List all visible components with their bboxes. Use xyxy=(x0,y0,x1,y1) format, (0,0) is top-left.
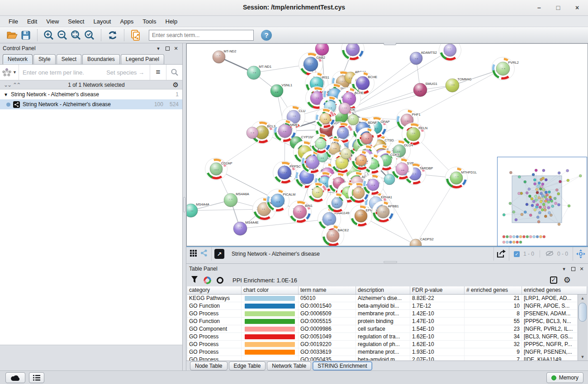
splitter-grip[interactable] xyxy=(183,197,185,212)
network-node-unlabeled[interactable] xyxy=(247,127,258,139)
expand-all-icon[interactable]: ⌃⌃ xyxy=(13,82,20,88)
panel-close-icon[interactable]: ✕ xyxy=(578,266,585,272)
table-row[interactable]: GO FunctionGO:0001540beta-amyloid bi...1… xyxy=(187,302,578,310)
network-node[interactable]: MS4A6A xyxy=(224,192,249,207)
tab-node-table[interactable]: Node Table xyxy=(190,361,228,370)
column-header[interactable]: FDR p-value xyxy=(410,286,465,294)
panel-float-icon[interactable] xyxy=(166,47,170,51)
save-session-icon[interactable] xyxy=(19,29,33,42)
open-in-view-icon[interactable]: ↗ xyxy=(214,249,224,259)
menu-item-tools[interactable]: Tools xyxy=(138,17,160,26)
network-node[interactable]: SMUG1 xyxy=(413,82,437,97)
network-node-unlabeled[interactable] xyxy=(339,103,351,114)
zoom-in-icon[interactable] xyxy=(42,29,56,42)
network-node[interactable]: MS4A4E xyxy=(233,220,259,235)
menu-item-edit[interactable]: Edit xyxy=(23,17,41,26)
panel-float-icon[interactable] xyxy=(571,267,575,271)
ring-chart-icon[interactable] xyxy=(217,277,223,284)
scrollbar-thumb[interactable] xyxy=(579,303,587,322)
column-header[interactable]: description xyxy=(356,286,410,294)
refresh-icon[interactable] xyxy=(106,29,119,42)
column-header[interactable]: # enriched genes xyxy=(465,286,522,294)
table-row[interactable]: GO ProcessGO:0033619membrane prot...1.93… xyxy=(187,348,578,356)
network-node[interactable]: MTHFD1L xyxy=(446,167,477,189)
network-node-unlabeled[interactable] xyxy=(351,150,372,171)
menu-item-help[interactable]: Help xyxy=(161,17,182,26)
panel-close-icon[interactable]: ✕ xyxy=(172,46,180,52)
network-canvas[interactable]: MT-ND2MT-ND1VSNL1GAB2ADAMTS2PVRL2SMUG1TO… xyxy=(186,43,588,246)
table-row[interactable]: KEGG Pathways05010Alzheimer's dise...8.8… xyxy=(187,295,578,302)
network-node-unlabeled[interactable] xyxy=(311,134,331,154)
network-node-unlabeled[interactable] xyxy=(341,148,351,159)
network-node-unlabeled[interactable] xyxy=(327,193,347,213)
table-scrollbar[interactable]: ▲ ▼ xyxy=(578,295,587,361)
task-history-button[interactable] xyxy=(29,372,44,383)
cloud-tasks-button[interactable] xyxy=(5,372,25,383)
network-node[interactable]: MS4A4A xyxy=(187,202,209,217)
column-header[interactable]: enriched genes xyxy=(522,286,587,294)
network-node[interactable]: TOMM40 xyxy=(446,77,471,92)
network-collection-row[interactable]: ▼ String Network - Alzheimer's disease 1 xyxy=(0,89,182,99)
birds-eye-view[interactable] xyxy=(497,157,587,246)
zoom-fit-icon[interactable] xyxy=(69,29,83,42)
search-input[interactable] xyxy=(149,30,254,41)
splitter-grip[interactable] xyxy=(384,261,397,263)
network-node-unlabeled[interactable] xyxy=(384,174,395,185)
species-selector[interactable]: Set species → xyxy=(106,69,150,76)
donut-chart-icon[interactable] xyxy=(204,276,211,284)
open-file-icon[interactable] xyxy=(5,29,19,42)
table-row[interactable]: GO ProcessGO:0051049regulation of tra...… xyxy=(187,333,578,341)
menu-item-view[interactable]: View xyxy=(42,17,63,26)
menu-item-layout[interactable]: Layout xyxy=(89,17,115,26)
tab-network-table[interactable]: Network Table xyxy=(267,361,311,370)
filter-icon[interactable] xyxy=(191,276,198,285)
vertical-splitter[interactable] xyxy=(183,43,186,370)
network-share-icon[interactable] xyxy=(200,249,208,258)
column-header[interactable]: term name xyxy=(299,286,356,294)
network-node-unlabeled[interactable] xyxy=(439,44,461,61)
gear-icon[interactable]: ⚙ xyxy=(173,81,179,89)
network-node[interactable]: VSNL1 xyxy=(270,83,292,98)
network-node[interactable]: CADPS2 xyxy=(410,237,434,246)
network-node[interactable]: ADAMTS2 xyxy=(410,51,437,65)
select-terms-icon[interactable]: ✓ xyxy=(550,276,557,284)
tab-style[interactable]: Style xyxy=(33,54,56,64)
tab-legend-panel[interactable]: Legend Panel xyxy=(121,54,164,64)
network-node[interactable]: GAB2 xyxy=(299,52,326,76)
network-row-selected[interactable]: String Network - Alzheimer's disease 100… xyxy=(0,99,182,109)
minimize-button[interactable]: – xyxy=(533,3,545,13)
table-row[interactable]: GO ProcessGO:0019220regulation of ph...1… xyxy=(187,341,578,348)
string-search-icon[interactable] xyxy=(166,65,182,80)
network-node-unlabeled[interactable] xyxy=(363,154,384,174)
network-node[interactable]: CD2AP xyxy=(205,158,232,180)
network-node-unlabeled[interactable] xyxy=(315,108,336,129)
tab-edge-table[interactable]: Edge Table xyxy=(229,361,266,370)
table-row[interactable]: GO ProcessGO:0050435beta-amyloid m...2.0… xyxy=(187,356,578,361)
query-options-icon[interactable]: ≡ xyxy=(150,65,166,80)
zoom-out-icon[interactable] xyxy=(56,29,69,42)
panel-menu-icon[interactable]: ▾ xyxy=(155,46,162,52)
network-node-unlabeled[interactable] xyxy=(363,174,384,196)
network-node-unlabeled[interactable] xyxy=(315,44,329,56)
menu-item-select[interactable]: Select xyxy=(64,17,88,26)
string-protein-query-icon[interactable]: ▼ xyxy=(0,65,19,80)
navigator-toggle-icon[interactable] xyxy=(573,247,588,261)
network-node-unlabeled[interactable] xyxy=(348,114,359,125)
menu-item-file[interactable]: File xyxy=(5,17,22,26)
table-row[interactable]: GO ComponentGO:0009986cell surface1.54E-… xyxy=(187,325,578,333)
term-input[interactable]: Enter one term per line. xyxy=(19,69,106,76)
tab-select[interactable]: Select xyxy=(57,54,81,64)
network-node[interactable]: BACE2 xyxy=(322,225,349,246)
menu-item-apps[interactable]: Apps xyxy=(116,17,138,26)
scroll-down-icon[interactable]: ▼ xyxy=(578,353,587,361)
export-network-icon[interactable] xyxy=(493,247,509,261)
grid-view-icon[interactable] xyxy=(190,250,197,258)
maximize-button[interactable]: □ xyxy=(552,3,564,13)
column-header[interactable]: category xyxy=(187,286,242,294)
table-row[interactable]: GO ProcessGO:0006509membrane prot...1.42… xyxy=(187,310,578,318)
memory-button[interactable]: Memory xyxy=(546,372,583,383)
tab-network[interactable]: Network xyxy=(3,54,33,64)
network-from-file-icon[interactable] xyxy=(129,29,142,42)
column-header[interactable]: chart color xyxy=(242,286,299,294)
network-node-unlabeled[interactable] xyxy=(308,183,328,203)
